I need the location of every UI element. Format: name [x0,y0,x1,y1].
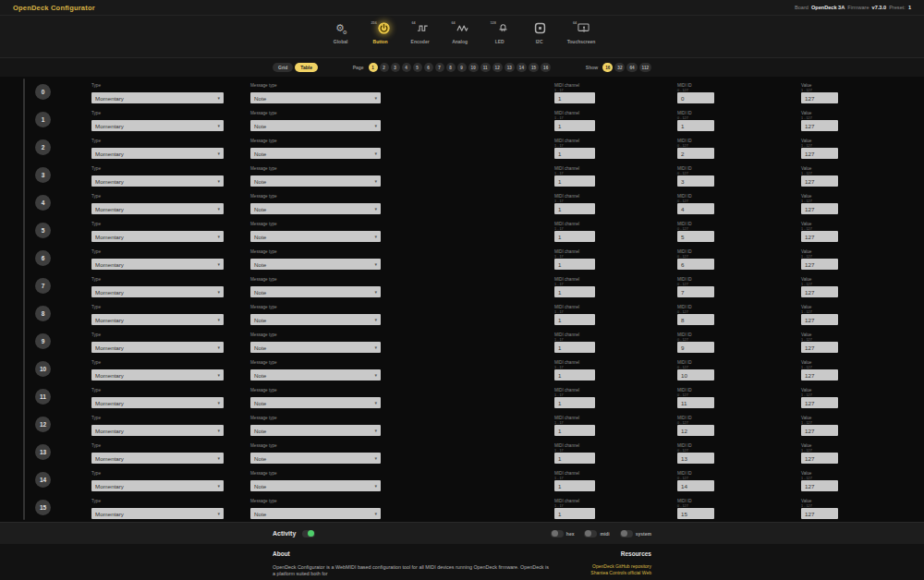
type-select[interactable]: Momentary ▾ [91,342,224,353]
message-type-select[interactable]: Note ▾ [250,286,381,297]
type-select[interactable]: Momentary ▾ [91,120,224,131]
value-input[interactable]: 127 [801,286,838,297]
page-pill-9[interactable]: 9 [457,63,467,72]
page-pill-8[interactable]: 8 [446,63,456,72]
nav-item-led[interactable]: 128 LED [488,22,512,44]
message-type-select[interactable]: Note ▾ [250,425,381,436]
midi-id-input[interactable]: 11 [677,397,714,408]
value-input[interactable]: 127 [801,231,838,242]
type-select[interactable]: Momentary ▾ [91,425,224,436]
midi-channel-input[interactable]: 1 [554,314,595,325]
page-pill-11[interactable]: 11 [480,63,491,72]
midi-id-input[interactable]: 14 [677,480,714,491]
value-input[interactable]: 127 [801,120,838,131]
midi-channel-input[interactable]: 1 [554,231,595,242]
midi-channel-input[interactable]: 1 [554,92,595,103]
activity-mode-midi[interactable]: midi [584,530,609,538]
message-type-select[interactable]: Note ▾ [250,231,381,242]
midi-id-input[interactable]: 12 [677,425,714,436]
midi-id-input[interactable]: 1 [677,120,714,131]
page-pill-16[interactable]: 16 [541,63,551,72]
page-pill-13[interactable]: 13 [505,63,515,72]
type-select[interactable]: Momentary ▾ [91,203,224,214]
midi-id-input[interactable]: 2 [677,148,714,159]
activity-mode-hex[interactable]: hex [551,530,575,538]
message-type-select[interactable]: Note ▾ [250,92,381,103]
midi-id-input[interactable]: 15 [677,508,714,519]
value-input[interactable]: 127 [801,508,838,519]
type-select[interactable]: Momentary ▾ [91,148,224,159]
show-pill-16[interactable]: 16 [602,63,613,72]
midi-channel-input[interactable]: 1 [554,175,595,187]
midi-channel-input[interactable]: 1 [554,259,595,270]
type-select[interactable]: Momentary ▾ [91,231,224,242]
value-input[interactable]: 127 [801,148,838,159]
message-type-select[interactable]: Note ▾ [250,369,381,381]
midi-channel-input[interactable]: 1 [554,425,595,436]
show-pill-112[interactable]: 112 [639,63,651,72]
app-title[interactable]: OpenDeck Configurator [13,4,95,12]
message-type-select[interactable]: Note ▾ [250,203,381,214]
message-type-select[interactable]: Note ▾ [250,342,381,353]
midi-channel-input[interactable]: 1 [554,120,595,131]
page-pill-12[interactable]: 12 [492,63,503,72]
midi-channel-input[interactable]: 1 [554,453,595,464]
type-select[interactable]: Momentary ▾ [91,508,224,519]
midi-id-input[interactable]: 13 [677,453,714,464]
nav-item-encoder[interactable]: 64 Encoder [408,22,432,44]
midi-channel-input[interactable]: 1 [554,480,595,491]
message-type-select[interactable]: Note ▾ [250,397,381,408]
message-type-select[interactable]: Note ▾ [250,148,381,159]
type-select[interactable]: Momentary ▾ [91,286,224,297]
midi-id-input[interactable]: 7 [677,286,714,297]
midi-id-input[interactable]: 0 [677,92,714,103]
page-pill-10[interactable]: 10 [468,63,479,72]
view-mode-pill-table[interactable]: Table [295,63,318,72]
midi-channel-input[interactable]: 1 [554,397,595,408]
nav-item-button[interactable]: 256 Button [369,22,393,44]
show-pill-64[interactable]: 64 [626,63,637,72]
page-pill-15[interactable]: 15 [529,63,539,72]
page-pill-1[interactable]: 1 [369,63,378,72]
nav-item-i2c[interactable]: I2C [528,22,552,44]
type-select[interactable]: Momentary ▾ [91,397,224,408]
value-input[interactable]: 127 [801,397,838,408]
activity-mode-system[interactable]: system [620,530,651,538]
value-input[interactable]: 127 [801,92,838,103]
value-input[interactable]: 127 [801,453,838,464]
type-select[interactable]: Momentary ▾ [91,259,224,270]
page-pill-6[interactable]: 6 [424,63,433,72]
midi-id-input[interactable]: 5 [677,231,714,242]
value-input[interactable]: 127 [801,369,838,381]
type-select[interactable]: Momentary ▾ [91,92,224,103]
resource-link[interactable]: Shantea Controls official Web [590,571,651,575]
midi-id-input[interactable]: 4 [677,203,714,214]
message-type-select[interactable]: Note ▾ [250,120,381,131]
nav-item-global[interactable]: ⚙⚙ Global [329,22,353,44]
midi-channel-input[interactable]: 1 [554,369,595,381]
type-select[interactable]: Momentary ▾ [91,314,224,325]
activity-toggle[interactable] [302,530,315,538]
type-select[interactable]: Momentary ▾ [91,480,224,491]
message-type-select[interactable]: Note ▾ [250,508,381,519]
page-pill-5[interactable]: 5 [413,63,422,72]
page-pill-7[interactable]: 7 [435,63,444,72]
midi-id-input[interactable]: 9 [677,342,714,353]
page-pill-4[interactable]: 4 [402,63,411,72]
value-input[interactable]: 127 [801,425,838,436]
page-pill-3[interactable]: 3 [391,63,400,72]
midi-channel-input[interactable]: 1 [554,342,595,353]
value-input[interactable]: 127 [801,480,838,491]
message-type-select[interactable]: Note ▾ [250,259,381,270]
type-select[interactable]: Momentary ▾ [91,175,224,187]
value-input[interactable]: 127 [801,259,838,270]
midi-channel-input[interactable]: 1 [554,203,595,214]
page-pill-14[interactable]: 14 [517,63,527,72]
midi-channel-input[interactable]: 1 [554,508,595,519]
midi-channel-input[interactable]: 1 [554,286,595,297]
view-mode-pill-grid[interactable]: Grid [273,63,293,72]
midi-id-input[interactable]: 8 [677,314,714,325]
type-select[interactable]: Momentary ▾ [91,369,224,381]
nav-item-analog[interactable]: 64 Analog [448,22,472,44]
value-input[interactable]: 127 [801,314,838,325]
